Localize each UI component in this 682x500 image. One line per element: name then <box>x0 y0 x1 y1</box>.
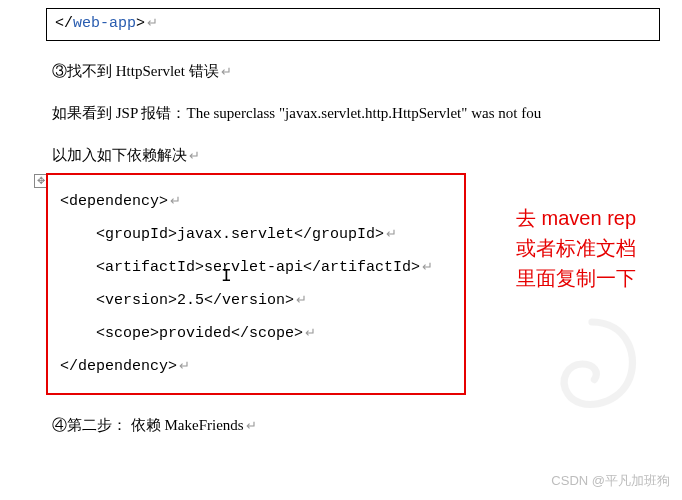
top-code-box: </web-app>↵ <box>46 8 660 41</box>
angle-open: < <box>55 15 64 32</box>
paragraph-mark-icon: ↵ <box>189 148 200 163</box>
slash: / <box>64 15 73 32</box>
paragraph-mark-icon: ↵ <box>386 226 397 241</box>
watermark-swirl-icon <box>532 310 652 430</box>
annotation-line-2: 或者标准文档 <box>516 233 636 263</box>
xml-line-groupid: <groupId>javax.servlet</groupId>↵ <box>60 218 452 251</box>
dependency-xml-box: <dependency>↵ <groupId>javax.servlet</gr… <box>46 173 466 395</box>
text-p1: ③找不到 HttpServlet 错误 <box>52 63 219 79</box>
para-error-heading: ③找不到 HttpServlet 错误↵ <box>52 59 682 83</box>
text-p4: ④第二步： 依赖 MakeFriends <box>52 417 244 433</box>
angle-close: > <box>136 15 145 32</box>
para-solution-intro: 以加入如下依赖解决↵ <box>52 143 682 167</box>
annotation-text: 去 maven rep 或者标准文档 里面复制一下 <box>516 203 636 293</box>
paragraph-mark-icon: ↵ <box>170 193 181 208</box>
paragraph-mark-icon: ↵ <box>147 15 158 30</box>
xml-line-dependency-close: </dependency>↵ <box>60 350 452 383</box>
xml-line-version: <version>2.5</version>↵ <box>60 284 452 317</box>
para-error-message: 如果看到 JSP 报错：The superclass "javax.servle… <box>52 101 682 125</box>
text-p3: 以加入如下依赖解决 <box>52 147 187 163</box>
paragraph-mark-icon: ↵ <box>221 64 232 79</box>
paragraph-mark-icon: ↵ <box>305 325 316 340</box>
tag-name-webapp: web-app <box>73 15 136 32</box>
xml-line-dependency-open: <dependency>↵ <box>60 185 452 218</box>
annotation-line-1: 去 maven rep <box>516 203 636 233</box>
text-p2: 如果看到 JSP 报错：The superclass "javax.servle… <box>52 105 541 121</box>
xml-line-scope: <scope>provided</scope>↵ <box>60 317 452 350</box>
xml-line-artifactid: <artifactId>seIrvlet-api</artifactId>↵ <box>60 251 452 284</box>
annotation-line-3: 里面复制一下 <box>516 263 636 293</box>
paragraph-mark-icon: ↵ <box>246 418 257 433</box>
paragraph-mark-icon: ↵ <box>296 292 307 307</box>
paragraph-mark-icon: ↵ <box>179 358 190 373</box>
paragraph-mark-icon: ↵ <box>422 259 433 274</box>
watermark-text: CSDN @平凡加班狗 <box>551 472 670 490</box>
